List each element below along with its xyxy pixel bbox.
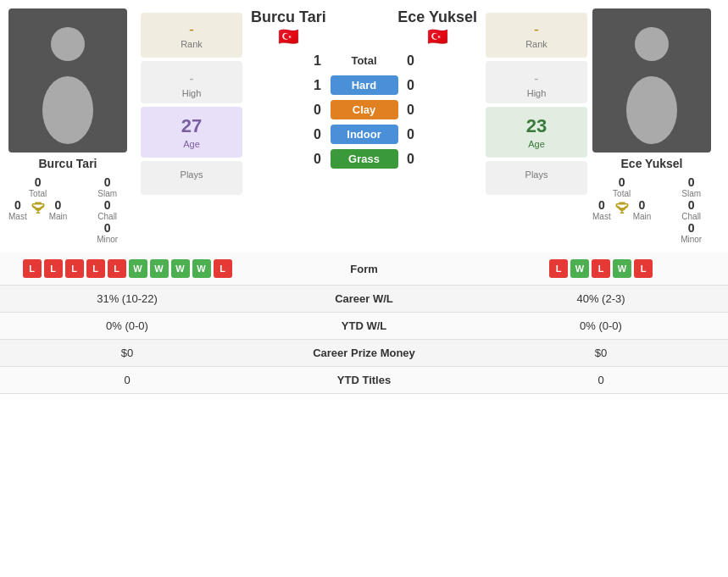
ytd-titles-label: YTD Titles xyxy=(254,374,474,386)
form-badge-w: W xyxy=(150,259,169,278)
right-ytd-wl: 0% (0-0) xyxy=(474,319,728,332)
right-player-avatar-area: Ece Yuksel 0 Total 0 Slam 0 Mast xyxy=(592,8,720,244)
right-plays-box: Plays xyxy=(486,161,587,195)
left-form-badges: LLLLLWWWWL xyxy=(0,259,254,278)
right-flag: 🇹🇷 xyxy=(397,26,477,47)
prize-row: $0 Career Prize Money $0 xyxy=(0,340,728,367)
svg-point-2 xyxy=(635,27,669,61)
left-age-box: 27 Age xyxy=(141,107,242,158)
score-row-hard: 1 Hard 0 xyxy=(301,75,428,95)
right-rank-box: - Rank xyxy=(486,13,587,58)
left-name-center: Burcu Tari 🇹🇷 xyxy=(251,8,326,47)
left-stat-chall: 0 Chall xyxy=(79,198,136,221)
ytd-titles-row: 0 YTD Titles 0 xyxy=(0,367,728,394)
left-info-col: - Rank - High 27 Age Plays xyxy=(141,13,242,195)
right-stat-total: 0 Total xyxy=(592,175,651,198)
score-row-clay: 0 Clay 0 xyxy=(301,100,428,119)
score-row-indoor: 0 Indoor 0 xyxy=(301,125,428,144)
left-stat-slam: 0 Slam xyxy=(79,175,136,198)
left-avatar-image xyxy=(8,8,127,153)
form-badge-l: L xyxy=(23,259,42,278)
form-badge-w: W xyxy=(613,259,631,278)
form-row: LLLLLWWWWL Form LWLWL xyxy=(0,252,728,286)
right-stat-mast: 0 Mast 0 Main xyxy=(592,198,651,221)
left-trophy-icon xyxy=(31,201,46,219)
right-stat-minor: 0 Minor xyxy=(663,221,720,244)
right-form-badges: LWLWL xyxy=(474,259,728,278)
career-wl-label: Career W/L xyxy=(254,292,474,305)
form-badge-l: L xyxy=(65,259,84,278)
form-badge-l: L xyxy=(86,259,105,278)
right-ytd-titles: 0 xyxy=(474,374,728,386)
right-avatar-image xyxy=(592,8,711,153)
right-career-wl: 40% (2-3) xyxy=(474,292,728,305)
ytd-wl-label: YTD W/L xyxy=(254,319,474,332)
form-badge-w: W xyxy=(192,259,211,278)
score-row-grass: 0 Grass 0 xyxy=(301,149,428,169)
form-badge-w: W xyxy=(129,259,147,278)
left-player-name: Burcu Tari xyxy=(8,157,127,170)
form-badge-l: L xyxy=(108,259,126,278)
right-silhouette xyxy=(592,8,711,153)
names-row: Burcu Tari 🇹🇷 Ece Yuksel 🇹🇷 xyxy=(242,8,486,47)
form-badge-l: L xyxy=(549,259,568,278)
center-scores-area: Burcu Tari 🇹🇷 Ece Yuksel 🇹🇷 1 Total 0 1 … xyxy=(242,8,486,174)
left-player-area: Burcu Tari 0 Total 0 Slam 0 Mast xyxy=(8,8,242,244)
form-badge-w: W xyxy=(171,259,190,278)
right-trophy-icon xyxy=(614,201,630,219)
left-form: LLLLLWWWWL xyxy=(0,259,254,278)
left-plays-box: Plays xyxy=(141,161,242,195)
right-age-box: 23 Age xyxy=(486,107,587,158)
score-row-total: 1 Total 0 xyxy=(301,51,428,70)
left-player-avatar: Burcu Tari 0 Total 0 Slam 0 Mast xyxy=(8,8,136,244)
career-wl-row: 31% (10-22) Career W/L 40% (2-3) xyxy=(0,286,728,313)
right-info-col: - Rank - High 23 Age Plays xyxy=(486,13,587,195)
right-player-name: Ece Yuksel xyxy=(592,157,711,170)
form-badge-l: L xyxy=(592,259,610,278)
right-name-center: Ece Yuksel 🇹🇷 xyxy=(397,8,477,47)
form-badge-l: L xyxy=(634,259,653,278)
left-career-wl: 31% (10-22) xyxy=(0,292,254,305)
right-high-box: - High xyxy=(486,61,587,103)
form-badge-l: L xyxy=(214,259,232,278)
players-top-row: Burcu Tari 0 Total 0 Slam 0 Mast xyxy=(0,0,728,252)
left-stat-mast: 0 Mast 0 Main xyxy=(8,198,67,221)
left-stats-grid: 0 Total 0 Slam 0 Mast xyxy=(8,175,136,244)
right-player-area: - Rank - High 23 Age Plays xyxy=(486,8,720,244)
right-form: LWLWL xyxy=(474,259,728,278)
stats-section: LLLLLWWWWL Form LWLWL 31% (10-22) Career… xyxy=(0,252,728,394)
svg-point-3 xyxy=(626,76,677,144)
left-ytd-titles: 0 xyxy=(0,374,254,386)
left-high-box: - High xyxy=(141,61,242,103)
svg-point-0 xyxy=(51,27,85,61)
form-badge-l: L xyxy=(44,259,63,278)
main-container: Burcu Tari 0 Total 0 Slam 0 Mast xyxy=(0,0,728,394)
form-label: Form xyxy=(254,263,474,275)
ytd-wl-row: 0% (0-0) YTD W/L 0% (0-0) xyxy=(0,313,728,340)
left-stat-total: 0 Total xyxy=(8,175,67,198)
svg-point-1 xyxy=(42,76,93,144)
left-prize: $0 xyxy=(0,347,254,359)
right-stat-slam: 0 Slam xyxy=(663,175,720,198)
left-flag: 🇹🇷 xyxy=(251,26,326,47)
right-stats-grid: 0 Total 0 Slam 0 Mast xyxy=(592,175,720,244)
left-stat-minor: 0 Minor xyxy=(79,221,136,244)
prize-label: Career Prize Money xyxy=(254,347,474,359)
right-prize: $0 xyxy=(474,347,728,359)
right-stat-chall: 0 Chall xyxy=(663,198,720,221)
left-rank-box: - Rank xyxy=(141,13,242,58)
left-ytd-wl: 0% (0-0) xyxy=(0,319,254,332)
form-badge-w: W xyxy=(570,259,589,278)
left-silhouette xyxy=(8,8,127,153)
